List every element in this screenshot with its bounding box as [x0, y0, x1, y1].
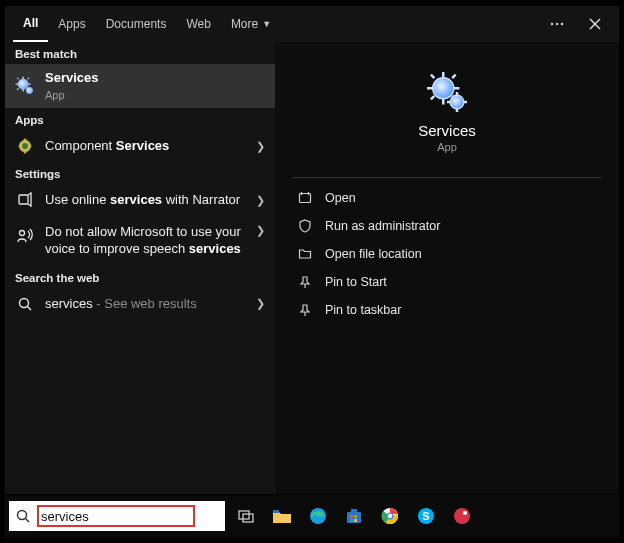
preview-subtitle: App [437, 141, 457, 153]
result-title: Do not allow Microsoft to use your voice… [45, 224, 246, 258]
svg-point-0 [551, 23, 553, 25]
result-web-search[interactable]: services - See web results ❯ [5, 288, 275, 320]
svg-point-5 [18, 79, 28, 89]
svg-rect-8 [16, 84, 19, 85]
file-explorer-button[interactable] [267, 501, 297, 531]
svg-rect-49 [354, 515, 357, 518]
svg-rect-42 [239, 511, 249, 519]
svg-rect-23 [442, 98, 445, 104]
svg-rect-17 [19, 195, 28, 204]
svg-rect-13 [17, 88, 19, 90]
chevron-down-icon: ▼ [262, 19, 271, 29]
open-icon [297, 190, 313, 206]
result-setting-speech-services[interactable]: Do not allow Microsoft to use your voice… [5, 216, 275, 266]
action-open-file-location[interactable]: Open file location [293, 240, 601, 268]
svg-rect-22 [442, 72, 445, 78]
result-best-match-services[interactable]: Services App [5, 64, 275, 108]
svg-line-20 [28, 306, 32, 310]
svg-point-57 [454, 508, 470, 524]
section-settings: Settings [5, 162, 275, 184]
tab-web[interactable]: Web [176, 6, 220, 42]
svg-point-30 [450, 95, 464, 109]
svg-point-14 [26, 87, 32, 93]
svg-rect-25 [453, 87, 459, 90]
admin-icon [297, 218, 313, 234]
edge-icon [308, 506, 328, 526]
svg-rect-33 [447, 101, 451, 104]
skype-icon: S [416, 506, 436, 526]
file-explorer-icon [272, 507, 292, 525]
svg-rect-26 [430, 74, 435, 79]
result-title: Component Services [45, 138, 246, 155]
section-apps: Apps [5, 108, 275, 130]
svg-point-1 [556, 23, 558, 25]
tab-all[interactable]: All [13, 6, 48, 42]
search-category-tabs: All Apps Documents Web More▼ [5, 6, 619, 42]
svg-rect-7 [23, 89, 24, 92]
svg-rect-43 [243, 514, 253, 522]
svg-point-40 [18, 511, 27, 520]
edge-button[interactable] [303, 501, 333, 531]
svg-rect-10 [17, 77, 19, 79]
svg-rect-31 [456, 92, 459, 96]
results-list: Best match Services App Apps Component S… [5, 42, 275, 494]
svg-text:S: S [422, 510, 429, 522]
svg-rect-47 [351, 509, 357, 512]
svg-point-54 [388, 514, 392, 518]
svg-rect-50 [350, 519, 353, 522]
action-pin-to-taskbar[interactable]: Pin to taskbar [293, 296, 601, 324]
task-view-icon [237, 507, 255, 525]
divider [293, 177, 601, 178]
chrome-button[interactable] [375, 501, 405, 531]
chevron-right-icon: ❯ [256, 297, 265, 310]
svg-rect-51 [354, 519, 357, 522]
result-title: Use online services with Narrator [45, 192, 246, 209]
pin-icon [297, 274, 313, 290]
svg-line-41 [26, 519, 30, 523]
section-web: Search the web [5, 266, 275, 288]
svg-rect-29 [430, 95, 435, 100]
result-title: services - See web results [45, 296, 246, 313]
skype-button[interactable]: S [411, 501, 441, 531]
taskbar-search[interactable] [9, 501, 225, 531]
app-button[interactable] [447, 501, 477, 531]
result-setting-narrator-services[interactable]: Use online services with Narrator ❯ [5, 184, 275, 216]
taskbar: S [5, 495, 619, 537]
svg-rect-48 [350, 515, 353, 518]
microsoft-store-button[interactable] [339, 501, 369, 531]
start-search-panel: All Apps Documents Web More▼ Best match … [5, 6, 619, 494]
result-title: Services [45, 70, 265, 87]
search-input[interactable] [41, 509, 191, 524]
app-icon [452, 506, 472, 526]
svg-rect-32 [456, 108, 459, 112]
svg-rect-24 [427, 87, 433, 90]
task-view-button[interactable] [231, 501, 261, 531]
tab-apps[interactable]: Apps [48, 6, 95, 42]
preview-pane: Services App Open Run as administrator O… [275, 42, 619, 494]
more-options-button[interactable] [541, 8, 573, 40]
svg-point-58 [463, 511, 467, 515]
services-icon [15, 76, 35, 96]
chevron-right-icon: ❯ [256, 194, 265, 207]
svg-rect-44 [273, 510, 279, 513]
svg-rect-34 [463, 101, 467, 104]
section-best-match: Best match [5, 42, 275, 64]
preview-title: Services [418, 122, 476, 139]
svg-rect-9 [28, 84, 31, 85]
result-subtitle: App [45, 88, 265, 102]
close-button[interactable] [579, 8, 611, 40]
action-run-as-admin[interactable]: Run as administrator [293, 212, 601, 240]
ellipsis-icon [549, 16, 565, 32]
result-app-component-services[interactable]: Component Services ❯ [5, 130, 275, 162]
svg-point-2 [561, 23, 563, 25]
folder-icon [297, 246, 313, 262]
svg-rect-28 [451, 74, 456, 79]
store-icon [344, 506, 364, 526]
action-open[interactable]: Open [293, 184, 601, 212]
action-pin-to-start[interactable]: Pin to Start [293, 268, 601, 296]
tab-more[interactable]: More▼ [221, 6, 281, 42]
chevron-right-icon: ❯ [256, 140, 265, 153]
tab-documents[interactable]: Documents [96, 6, 177, 42]
pin-icon [297, 302, 313, 318]
search-icon [15, 508, 31, 524]
